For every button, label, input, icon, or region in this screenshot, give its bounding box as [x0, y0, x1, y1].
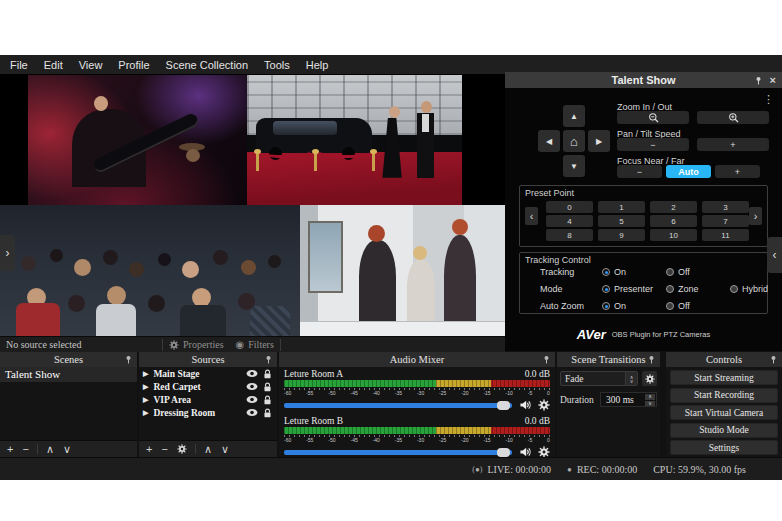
duration-spinner[interactable]: ∧ ∨: [645, 393, 656, 406]
duration-input[interactable]: 300 ms ∧ ∨: [600, 392, 657, 407]
left-dock-expander[interactable]: ›: [0, 235, 15, 271]
preview-quadrant-dressing-room[interactable]: [300, 205, 505, 336]
preset-button-6[interactable]: 6: [650, 215, 697, 227]
ptz-left-button[interactable]: ◀: [538, 130, 560, 152]
source-item-vip-area[interactable]: ▶ VIP Area: [139, 393, 277, 406]
transition-select[interactable]: Fade ∧ ∨: [560, 371, 638, 386]
pan-speed-plus-button[interactable]: +: [697, 138, 769, 151]
eye-icon[interactable]: [246, 382, 258, 391]
eye-icon[interactable]: [246, 395, 258, 404]
start-streaming-button[interactable]: Start Streaming: [670, 370, 778, 385]
preset-next-button[interactable]: ›: [749, 207, 762, 225]
preset-button-8[interactable]: 8: [546, 229, 593, 241]
source-properties-gear-icon[interactable]: [177, 444, 187, 454]
studio-mode-button[interactable]: Studio Mode: [670, 423, 778, 438]
speaker-icon[interactable]: [519, 399, 532, 411]
volume-slider-handle[interactable]: [497, 448, 510, 457]
focus-auto-button[interactable]: Auto: [666, 165, 711, 178]
menu-help[interactable]: Help: [298, 59, 337, 71]
preset-prev-button[interactable]: ‹: [525, 207, 538, 225]
auto-zoom-off-radio[interactable]: Off: [666, 301, 690, 311]
lock-icon[interactable]: [263, 395, 272, 405]
preview-quadrant-red-carpet[interactable]: [247, 75, 462, 205]
mode-hybrid-radio[interactable]: Hybrid: [730, 284, 768, 294]
preset-button-2[interactable]: 2: [650, 201, 697, 213]
focus-near-button[interactable]: −: [617, 165, 662, 178]
preset-button-10[interactable]: 10: [650, 229, 697, 241]
zoom-out-button[interactable]: [617, 111, 689, 124]
channel-gear-icon[interactable]: [538, 399, 550, 411]
volume-slider[interactable]: [284, 450, 512, 455]
close-icon[interactable]: ×: [770, 74, 776, 86]
preset-button-5[interactable]: 5: [598, 215, 645, 227]
move-scene-down-button[interactable]: ∨: [63, 443, 71, 456]
preset-button-0[interactable]: 0: [546, 201, 593, 213]
menu-scene-collection[interactable]: Scene Collection: [158, 59, 257, 71]
audience-white-shirt: [96, 304, 136, 336]
cpu-fps-readout: CPU: 59.9%, 30.00 fps: [653, 464, 746, 475]
eye-icon[interactable]: [246, 408, 258, 417]
start-virtual-camera-button[interactable]: Start Virtual Camera: [670, 405, 778, 420]
move-scene-up-button[interactable]: ∧: [46, 443, 54, 456]
eye-icon[interactable]: [246, 369, 258, 378]
menu-profile[interactable]: Profile: [110, 59, 157, 71]
preset-button-9[interactable]: 9: [598, 229, 645, 241]
menu-view[interactable]: View: [71, 59, 111, 71]
settings-button[interactable]: Settings: [670, 440, 778, 455]
pin-icon[interactable]: [754, 76, 763, 85]
pan-speed-minus-button[interactable]: −: [617, 138, 689, 151]
add-scene-button[interactable]: +: [7, 443, 13, 455]
lock-icon[interactable]: [263, 382, 272, 392]
properties-button[interactable]: Properties: [169, 339, 224, 350]
right-dock-expander[interactable]: ‹: [767, 237, 782, 273]
channel-gear-icon[interactable]: [538, 446, 550, 457]
start-recording-button[interactable]: Start Recording: [670, 388, 778, 403]
move-source-down-button[interactable]: ∨: [221, 443, 229, 456]
preset-button-3[interactable]: 3: [702, 201, 749, 213]
preset-button-7[interactable]: 7: [702, 215, 749, 227]
combo-spinner[interactable]: ∧ ∨: [625, 372, 637, 385]
source-item-dressing-room[interactable]: ▶ Dressing Room: [139, 406, 277, 419]
ptz-up-button[interactable]: ▲: [563, 105, 585, 127]
add-source-button[interactable]: +: [146, 443, 152, 455]
menu-tools[interactable]: Tools: [256, 59, 298, 71]
preset-button-1[interactable]: 1: [598, 201, 645, 213]
zoom-in-button[interactable]: [697, 111, 769, 124]
source-item-red-carpet[interactable]: ▶ Red Carpet: [139, 380, 277, 393]
remove-scene-button[interactable]: −: [22, 443, 28, 455]
auto-zoom-on-radio[interactable]: On: [602, 301, 666, 311]
volume-slider-handle[interactable]: [497, 401, 510, 410]
ptz-down-button[interactable]: ▼: [563, 155, 585, 177]
menu-file[interactable]: File: [2, 59, 36, 71]
scene-item-talent-show[interactable]: Talent Show: [0, 367, 137, 382]
pin-icon[interactable]: [124, 355, 133, 364]
volume-slider[interactable]: [284, 403, 512, 408]
pin-icon[interactable]: [647, 355, 656, 364]
transition-settings-button[interactable]: [642, 371, 657, 386]
preview-quadrant-main-stage[interactable]: [28, 75, 247, 205]
remove-source-button[interactable]: −: [161, 443, 167, 455]
mode-presenter-radio[interactable]: Presenter: [602, 284, 666, 294]
kebab-menu-icon[interactable]: ⋮: [763, 94, 774, 104]
mode-zone-radio[interactable]: Zone: [666, 284, 730, 294]
filters-button[interactable]: ◉ Filters: [236, 339, 274, 350]
preset-button-11[interactable]: 11: [702, 229, 749, 241]
scenes-toolbar: + − ∧ ∨: [0, 440, 137, 457]
move-source-up-button[interactable]: ∧: [204, 443, 212, 456]
preset-button-4[interactable]: 4: [546, 215, 593, 227]
tracking-off-radio[interactable]: Off: [666, 267, 690, 277]
ptz-home-button[interactable]: ⌂: [563, 130, 585, 152]
pin-icon[interactable]: [264, 355, 273, 364]
menu-edit[interactable]: Edit: [36, 59, 71, 71]
ptz-right-button[interactable]: ▶: [588, 130, 610, 152]
preview-quadrant-vip-area[interactable]: [0, 205, 300, 336]
lock-icon[interactable]: [263, 408, 272, 418]
pin-icon[interactable]: [769, 355, 778, 364]
stanchion-post: [314, 153, 317, 171]
speaker-icon[interactable]: [519, 446, 532, 457]
pin-icon[interactable]: [542, 355, 551, 364]
source-item-main-stage[interactable]: ▶ Main Stage: [139, 367, 277, 380]
tracking-on-radio[interactable]: On: [602, 267, 666, 277]
focus-far-button[interactable]: +: [715, 165, 760, 178]
lock-icon[interactable]: [263, 369, 272, 379]
